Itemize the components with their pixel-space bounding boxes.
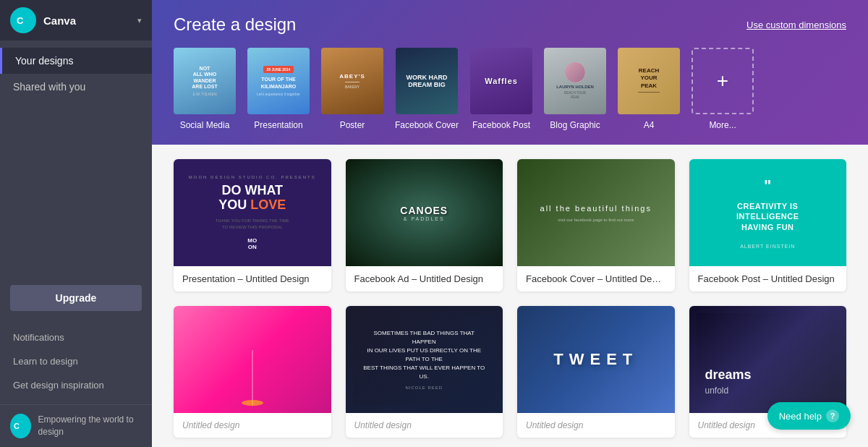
- card-label-tweet: Untitled design: [517, 413, 675, 438]
- card-thumb-facebook-ad: CANOES & PADDLES: [346, 159, 503, 266]
- design-card-tweet[interactable]: TWEET Untitled design: [517, 306, 675, 438]
- svg-text:C: C: [17, 15, 24, 26]
- social-media-label: Social Media: [180, 120, 230, 130]
- upgrade-button[interactable]: Upgrade: [10, 285, 142, 311]
- design-card-facebook-cover[interactable]: all the beautiful things visit our faceb…: [517, 159, 675, 291]
- dropdown-icon[interactable]: ▾: [137, 16, 142, 25]
- facebook-cover-thumb: WORK HARD DREAM BIG: [396, 48, 458, 114]
- presentation-label: Presentation: [254, 120, 302, 130]
- card-label-presentation: Presentation – Untitled Design: [174, 266, 331, 291]
- svg-text:C: C: [14, 422, 20, 430]
- card-thumb-facebook-post: " CREATIVITY ISINTELLIGENCEHAVING FUN AL…: [689, 159, 847, 266]
- app-logo: C: [10, 7, 36, 33]
- facebook-post-thumb: Waffles: [470, 48, 532, 114]
- blog-graphic-label: Blog Graphic: [550, 120, 600, 130]
- a4-label: A4: [644, 120, 655, 130]
- card-label-facebook-ad: Facebook Ad – Untitled Design: [346, 266, 503, 291]
- designs-grid: MOON DESIGN STUDIO CO. PRESENTS DO WHATY…: [174, 159, 846, 438]
- page-title: Create a design: [174, 14, 296, 35]
- sidebar-bottom-links: Notifications Learn to design Get design…: [0, 325, 152, 404]
- sidebar-footer: C Empowering the world to design: [0, 404, 152, 447]
- facebook-post-label: Facebook Post: [472, 120, 530, 130]
- card-label-facebook-cover: Facebook Cover – Untitled Design: [517, 266, 675, 291]
- card-thumb-dreams: dreamsunfold: [689, 306, 847, 413]
- card-label-quote2: Untitled design: [346, 413, 503, 438]
- design-card-presentation[interactable]: MOON DESIGN STUDIO CO. PRESENTS DO WHATY…: [174, 159, 331, 291]
- help-button[interactable]: Need help ?: [767, 402, 851, 430]
- sidebar: C Canva ▾ Your designs Shared with you U…: [0, 0, 152, 447]
- design-type-facebook-cover[interactable]: WORK HARD DREAM BIG Facebook Cover: [395, 48, 459, 130]
- card-thumb-facebook-cover: all the beautiful things visit our faceb…: [517, 159, 675, 266]
- footer-logo: C: [10, 414, 31, 438]
- design-type-poster[interactable]: ABEY'S BAKERY Poster: [321, 48, 383, 130]
- poster-label: Poster: [340, 120, 365, 130]
- custom-dimensions-button[interactable]: Use custom dimensions: [746, 20, 846, 30]
- card-thumb-presentation: MOON DESIGN STUDIO CO. PRESENTS DO WHATY…: [174, 159, 331, 266]
- presentation-thumb: 28 JUNE 2014 TOUR OF THEKILIMANJARO Let'…: [247, 48, 310, 114]
- design-card-facebook-ad[interactable]: CANOES & PADDLES Facebook Ad – Untitled …: [346, 159, 503, 291]
- design-types-row: NOTALL WHOWANDERARE LOST E.W. TOLKIEN So…: [174, 48, 846, 130]
- design-card-social2[interactable]: Untitled design: [174, 306, 331, 438]
- sidebar-item-shared-with-you[interactable]: Shared with you: [0, 74, 152, 100]
- more-thumb: +: [692, 48, 754, 114]
- design-card-quote2[interactable]: SOMETIMES THE BAD THINGS THAT HAPPENIN O…: [346, 306, 503, 438]
- app-name: Canva: [43, 14, 137, 27]
- design-type-presentation[interactable]: 28 JUNE 2014 TOUR OF THEKILIMANJARO Let'…: [247, 48, 310, 130]
- more-label: More...: [709, 120, 736, 130]
- design-type-a4[interactable]: REACHYOURPEAK A4: [618, 48, 680, 130]
- sidebar-nav: Your designs Shared with you: [0, 41, 152, 166]
- sidebar-item-your-designs[interactable]: Your designs: [0, 48, 152, 74]
- sidebar-item-label: Shared with you: [13, 81, 85, 93]
- notifications-link[interactable]: Notifications: [0, 325, 152, 349]
- footer-tagline: Empowering the world to design: [38, 414, 142, 438]
- main-content: Create a design Use custom dimensions NO…: [152, 0, 868, 447]
- poster-thumb: ABEY'S BAKERY: [321, 48, 383, 114]
- design-type-facebook-post[interactable]: Waffles Facebook Post: [470, 48, 532, 130]
- card-thumb-tweet: TWEET: [517, 306, 675, 413]
- social-media-thumb: NOTALL WHOWANDERARE LOST E.W. TOLKIEN: [174, 48, 236, 114]
- design-type-more[interactable]: + More...: [692, 48, 754, 130]
- a4-thumb: REACHYOURPEAK: [618, 48, 680, 114]
- blog-graphic-thumb: LAURYN HOLDEN REACH YOURPEAK: [544, 48, 606, 114]
- sidebar-item-label: Your designs: [15, 55, 73, 67]
- banner-header: Create a design Use custom dimensions: [174, 14, 846, 35]
- card-label-facebook-post: Facebook Post – Untitled Design: [689, 266, 847, 291]
- facebook-cover-label: Facebook Cover: [395, 120, 459, 130]
- design-type-social-media[interactable]: NOTALL WHOWANDERARE LOST E.W. TOLKIEN So…: [174, 48, 236, 130]
- learn-to-design-link[interactable]: Learn to design: [0, 349, 152, 373]
- design-type-blog-graphic[interactable]: LAURYN HOLDEN REACH YOURPEAK Blog Graphi…: [544, 48, 606, 130]
- top-banner: Create a design Use custom dimensions NO…: [152, 0, 868, 145]
- card-thumb-quote2: SOMETIMES THE BAD THINGS THAT HAPPENIN O…: [346, 306, 503, 413]
- design-card-facebook-post[interactable]: " CREATIVITY ISINTELLIGENCEHAVING FUN AL…: [689, 159, 847, 291]
- card-thumb-social2: [174, 306, 331, 413]
- help-icon: ?: [826, 409, 839, 422]
- content-area: MOON DESIGN STUDIO CO. PRESENTS DO WHATY…: [152, 145, 868, 447]
- sidebar-header: C Canva ▾: [0, 0, 152, 41]
- card-label-social2: Untitled design: [174, 413, 331, 438]
- get-inspiration-link[interactable]: Get design inspiration: [0, 373, 152, 397]
- help-label: Need help: [779, 411, 822, 422]
